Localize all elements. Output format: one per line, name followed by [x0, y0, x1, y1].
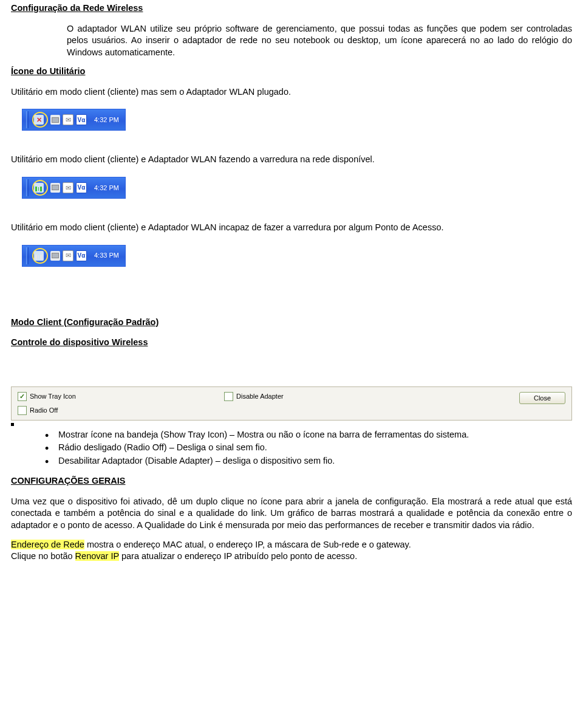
highlight-renew-ip: Renovar IP: [75, 551, 119, 561]
va-icon: [76, 250, 87, 261]
tray-clock: 4:32 PM: [94, 184, 119, 193]
wlan-disconnected-icon: [34, 115, 44, 125]
highlight-circle-icon: [32, 112, 48, 128]
heading-utility-icon: Ícone do Utilitário: [11, 66, 572, 78]
para-intro: O adaptador WLAN utilize seu próprio sof…: [11, 23, 572, 59]
text-renew-rest: para atualizar o endereço IP atribuído p…: [119, 551, 357, 561]
para-state-unable: Utilitário em modo client (cliente) e Ad…: [11, 222, 572, 234]
tray-screenshot-1: 4:32 PM: [22, 109, 126, 131]
heading-device-control: Controle do dispositivo Wireless: [11, 337, 572, 349]
checkbox-disable-adapter[interactable]: [224, 392, 233, 401]
wlan-connected-icon: [34, 183, 44, 193]
device-icon: [50, 183, 60, 193]
highlight-circle-icon: [32, 248, 48, 264]
highlight-circle-icon: [32, 180, 48, 196]
device-icon: [50, 251, 60, 261]
bullet-radio-off: Rádio desligado (Radio Off) – Desliga o …: [58, 442, 572, 454]
label-radio-off: Radio Off: [30, 406, 58, 415]
tray-clock: 4:32 PM: [94, 115, 119, 125]
tray-screenshot-3: 4:33 PM: [22, 245, 126, 267]
checkbox-show-tray[interactable]: [18, 392, 27, 401]
checkbox-radio-off[interactable]: [18, 406, 27, 415]
para-general-config: Uma vez que o dispositivo foi ativado, d…: [11, 496, 572, 532]
wlan-idle-icon: [34, 251, 44, 261]
tray-clock: 4:33 PM: [94, 251, 119, 260]
label-show-tray: Show Tray Icon: [30, 392, 76, 401]
label-disable-adapter: Disable Adapter: [236, 392, 284, 401]
heading-general-config: CONFIGURAÇÕES GERAIS: [11, 475, 572, 487]
bullet-show-tray: Mostrar ícone na bandeja (Show Tray Icon…: [58, 429, 572, 441]
close-button[interactable]: Close: [519, 392, 565, 405]
text-renew-pre: Clique no botão: [11, 551, 75, 561]
tray-screenshot-2: 4:32 PM: [22, 177, 126, 199]
text-network-address-rest: mostra o endereço MAC atual, o endereço …: [84, 540, 411, 549]
heading-client-mode: Modo Client (Configuração Padrão): [11, 317, 572, 329]
message-icon: [63, 114, 73, 125]
para-network-address: Endereço de Rede mostra o endereço MAC a…: [11, 539, 572, 563]
message-icon: [63, 182, 73, 193]
device-control-dialog: Show Tray Icon Radio Off Disable Adapter…: [11, 386, 572, 421]
para-state-noplug: Utilitário em modo client (cliente) mas …: [11, 86, 572, 98]
heading-wireless-config: Configuração da Rede Wireless: [11, 2, 572, 15]
bullet-marker-row: [11, 423, 572, 428]
message-icon: [63, 250, 73, 261]
va-icon: [76, 182, 87, 193]
para-state-scanning: Utilitário em modo client (cliente) e Ad…: [11, 154, 572, 166]
device-icon: [50, 115, 60, 125]
options-bullet-list: Mostrar ícone na bandeja (Show Tray Icon…: [11, 429, 572, 467]
bullet-disable-adapter: Desabilitar Adaptador (Disable Adapter) …: [58, 455, 572, 467]
va-icon: [76, 114, 87, 125]
square-bullet-icon: [11, 423, 14, 426]
highlight-network-address: Endereço de Rede: [11, 540, 84, 549]
